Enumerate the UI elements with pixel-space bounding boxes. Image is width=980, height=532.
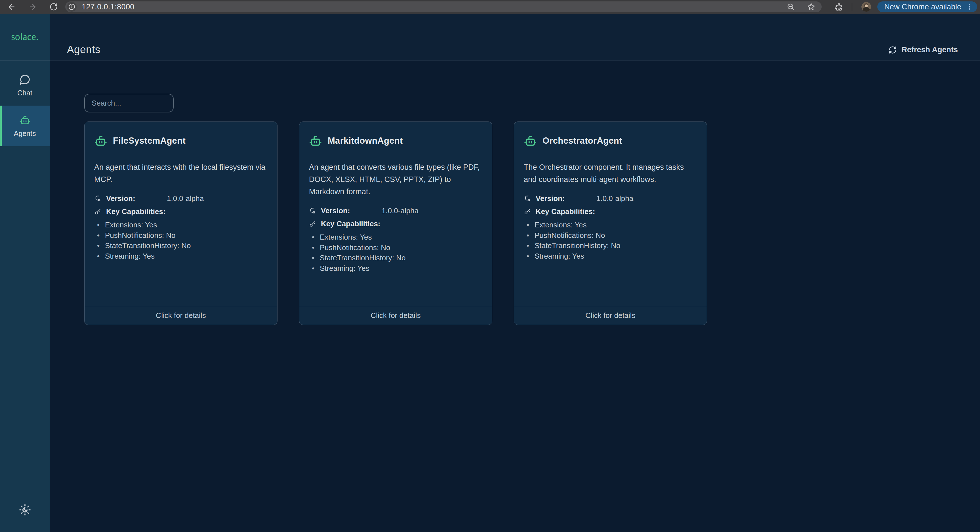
app-window: solace. Chat Agents Agents [0,14,980,532]
agent-name: MarkitdownAgent [328,136,403,146]
key-icon [524,208,531,215]
reload-button[interactable] [49,2,59,12]
chrome-update-button[interactable]: New Chrome available [877,2,977,12]
refresh-agents-button[interactable]: Refresh Agents [888,45,958,54]
version-label: Version: [321,206,350,215]
chrome-update-label: New Chrome available [884,3,961,11]
capability-item: Extensions: Yes [97,220,267,230]
agent-name: FileSystemAgent [113,136,186,146]
version-icon [94,195,102,202]
zoom-out-button[interactable] [786,3,795,11]
browser-toolbar: 127.0.0.1:8000 New Chrome available [0,0,980,14]
capability-item: StateTransitionHistory: No [312,253,482,263]
card-body: MarkitdownAgent An agent that converts v… [299,122,492,306]
page-title: Agents [67,44,100,56]
version-row: Version: 1.0.0-alpha [94,194,267,203]
version-icon [309,207,317,214]
agent-description: An agent that converts various file type… [309,161,482,198]
capability-item: Streaming: Yes [527,251,697,261]
zoom-out-icon [786,3,795,11]
app-logo: solace. [11,31,38,43]
sidebar-item-agents[interactable]: Agents [0,106,50,146]
agent-card-markitdownagent[interactable]: MarkitdownAgent An agent that converts v… [299,121,492,325]
capabilities-label: Key Capabilities: [106,207,166,216]
bookmark-button[interactable] [807,3,815,11]
address-bar[interactable]: 127.0.0.1:8000 [65,2,822,12]
sidebar-item-label: Agents [14,129,36,138]
main-area: Agents Refresh Agents FileSystemAgent [50,14,980,532]
info-icon [68,3,75,11]
avatar-image [861,2,871,12]
sidebar: solace. Chat Agents [0,14,50,532]
card-details-button[interactable]: Click for details [84,306,277,325]
sun-moon-icon [19,503,31,516]
url-text[interactable]: 127.0.0.1:8000 [82,3,135,11]
capability-item: Streaming: Yes [312,263,482,274]
browser-menu-button[interactable] [966,3,973,11]
capabilities-label: Key Capabilities: [321,220,380,228]
arrow-right-icon [29,3,37,11]
star-icon [807,3,815,11]
kebab-menu-icon [966,3,973,11]
agent-card-orchestratoragent[interactable]: OrchestratorAgent The Orchestrator compo… [514,121,707,325]
capabilities-row: Key Capabilities: [309,219,482,229]
capabilities-list: Extensions: Yes PushNotifications: No St… [97,220,267,261]
theme-toggle-button[interactable] [19,503,31,516]
robot-icon [524,134,537,147]
profile-avatar[interactable] [861,2,871,12]
capabilities-label: Key Capabilities: [536,207,595,216]
agent-card-filesystemagent[interactable]: FileSystemAgent An agent that interacts … [84,121,277,325]
sidebar-item-chat[interactable]: Chat [0,65,50,106]
forward-button[interactable] [28,2,37,12]
agent-description: The Orchestrator component. It manages t… [524,161,697,186]
toolbar-right: New Chrome available [828,2,977,12]
refresh-agents-label: Refresh Agents [901,45,958,54]
capabilities-row: Key Capabilities: [94,207,267,216]
chat-bubble-icon [19,74,31,85]
card-details-button[interactable]: Click for details [299,306,492,325]
reload-icon [49,3,58,11]
card-details-button[interactable]: Click for details [514,306,707,325]
site-info-button[interactable] [67,2,76,12]
capability-item: Streaming: Yes [97,251,267,261]
page-header: Agents Refresh Agents [50,14,980,61]
puzzle-icon [834,3,843,11]
arrow-left-icon [7,3,16,11]
capability-item: PushNotifications: No [312,242,482,253]
card-body: OrchestratorAgent The Orchestrator compo… [514,122,707,306]
agent-description: An agent that interacts with the local f… [94,161,267,186]
robot-icon [94,134,107,147]
key-icon [94,208,102,215]
back-button[interactable] [7,2,16,12]
capabilities-list: Extensions: Yes PushNotifications: No St… [527,220,697,261]
card-header: FileSystemAgent [94,134,267,147]
card-header: MarkitdownAgent [309,134,482,147]
refresh-icon [888,46,897,54]
version-row: Version: 1.0.0-alpha [524,194,697,203]
agents-content: FileSystemAgent An agent that interacts … [50,61,980,325]
robot-icon [309,134,322,147]
agent-cards: FileSystemAgent An agent that interacts … [84,121,963,325]
extensions-button[interactable] [834,3,843,11]
agent-name: OrchestratorAgent [542,136,622,146]
version-value: 1.0.0-alpha [167,194,204,203]
capability-item: StateTransitionHistory: No [527,241,697,251]
version-label: Version: [536,194,565,203]
capability-item: PushNotifications: No [527,230,697,241]
version-label: Version: [106,194,135,203]
version-value: 1.0.0-alpha [597,194,633,203]
capability-item: StateTransitionHistory: No [97,241,267,251]
logo-box: solace. [0,14,50,61]
capability-item: PushNotifications: No [97,230,267,241]
version-icon [524,195,531,202]
capability-item: Extensions: Yes [312,232,482,242]
sidebar-item-label: Chat [17,89,32,97]
sidebar-nav: Chat Agents [0,61,50,146]
card-body: FileSystemAgent An agent that interacts … [84,122,277,306]
card-header: OrchestratorAgent [524,134,697,147]
capabilities-row: Key Capabilities: [524,207,697,216]
capabilities-list: Extensions: Yes PushNotifications: No St… [312,232,482,273]
search-input[interactable] [84,94,173,112]
key-icon [309,220,317,228]
toolbar-separator [852,3,852,11]
